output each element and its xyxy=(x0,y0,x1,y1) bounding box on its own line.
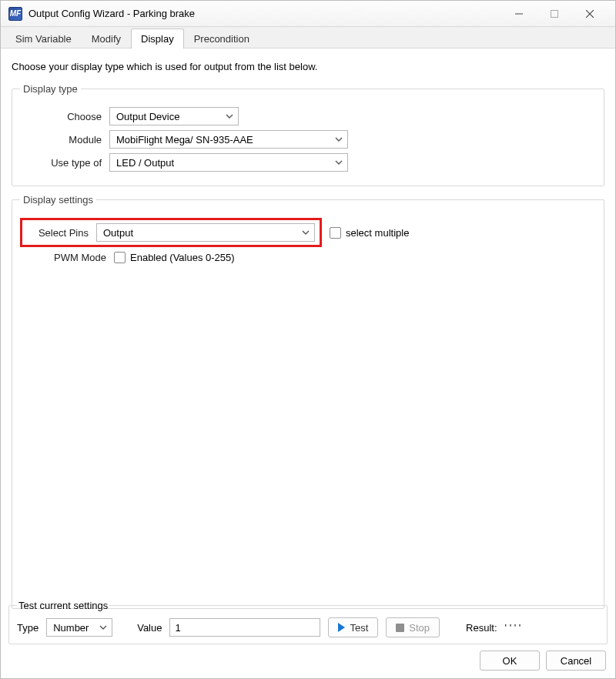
tab-modify[interactable]: Modify xyxy=(82,28,131,48)
tab-content: Choose your display type which is used f… xyxy=(1,48,615,621)
chevron-down-icon xyxy=(335,135,343,143)
test-type-value: Number xyxy=(53,622,89,634)
display-type-group: Display type Choose Output Device Module… xyxy=(12,83,604,186)
chevron-down-icon xyxy=(99,624,107,631)
close-button[interactable] xyxy=(572,3,608,25)
usetype-combo[interactable]: LED / Output xyxy=(109,153,348,172)
chevron-down-icon xyxy=(302,229,310,236)
minimize-button[interactable] xyxy=(501,3,537,25)
test-settings-group: Test current settings Type Number Value … xyxy=(8,600,608,644)
test-value-input[interactable] xyxy=(169,618,320,637)
stop-icon xyxy=(396,624,404,632)
tab-precondition[interactable]: Precondition xyxy=(184,28,259,48)
choose-combo[interactable]: Output Device xyxy=(109,107,239,125)
select-multiple-checkbox[interactable] xyxy=(330,227,341,239)
display-settings-legend: Display settings xyxy=(20,194,96,206)
pwm-mode-checkbox[interactable] xyxy=(114,252,126,263)
select-pins-combo[interactable]: Output xyxy=(96,223,315,242)
dialog-buttons: OK Cancel xyxy=(480,651,606,671)
stop-button[interactable]: Stop xyxy=(386,617,440,637)
display-type-legend: Display type xyxy=(20,83,81,95)
instruction-text: Choose your display type which is used f… xyxy=(12,61,604,72)
test-button[interactable]: Test xyxy=(328,617,378,637)
choose-value: Output Device xyxy=(116,111,179,122)
test-type-label: Type xyxy=(17,622,38,634)
select-multiple-label: select multiple xyxy=(346,227,409,239)
test-value-label: Value xyxy=(137,622,162,634)
module-value: MobiFlight Mega/ SN-935-AAE xyxy=(116,134,253,146)
app-icon: MF xyxy=(8,7,22,21)
module-combo[interactable]: MobiFlight Mega/ SN-935-AAE xyxy=(109,130,348,149)
tabs: Sim Variable Modify Display Precondition xyxy=(1,27,615,48)
window-title: Output Config Wizard - Parking brake xyxy=(28,8,195,19)
tab-display[interactable]: Display xyxy=(131,28,184,48)
result-label: Result: xyxy=(466,622,497,634)
pwm-mode-checkbox-label: Enabled (Values 0-255) xyxy=(130,252,235,263)
test-type-combo[interactable]: Number xyxy=(46,618,112,637)
test-settings-legend: Test current settings xyxy=(17,600,109,611)
stop-button-label: Stop xyxy=(409,622,430,634)
chevron-down-icon xyxy=(226,112,233,120)
maximize-button[interactable] xyxy=(537,3,572,25)
ok-button[interactable]: OK xyxy=(480,651,540,671)
titlebar: MF Output Config Wizard - Parking brake xyxy=(1,1,615,27)
test-button-label: Test xyxy=(350,622,368,634)
result-value: ' ' ' ' xyxy=(505,622,521,634)
usetype-label: Use type of xyxy=(20,157,109,169)
svg-rect-1 xyxy=(551,10,558,17)
display-settings-group: Display settings Select Pins Output sele… xyxy=(12,194,604,609)
usetype-value: LED / Output xyxy=(116,157,174,169)
select-pins-highlight: Select Pins Output xyxy=(20,218,322,247)
select-pins-value: Output xyxy=(103,227,133,239)
tab-sim-variable[interactable]: Sim Variable xyxy=(5,28,82,48)
select-pins-label: Select Pins xyxy=(27,227,96,239)
pwm-mode-label: PWM Mode xyxy=(20,252,114,263)
chevron-down-icon xyxy=(335,159,343,166)
settings-empty-area xyxy=(20,268,596,599)
cancel-button[interactable]: Cancel xyxy=(546,651,606,671)
module-label: Module xyxy=(20,134,109,146)
choose-label: Choose xyxy=(20,111,109,122)
play-icon xyxy=(338,623,345,632)
